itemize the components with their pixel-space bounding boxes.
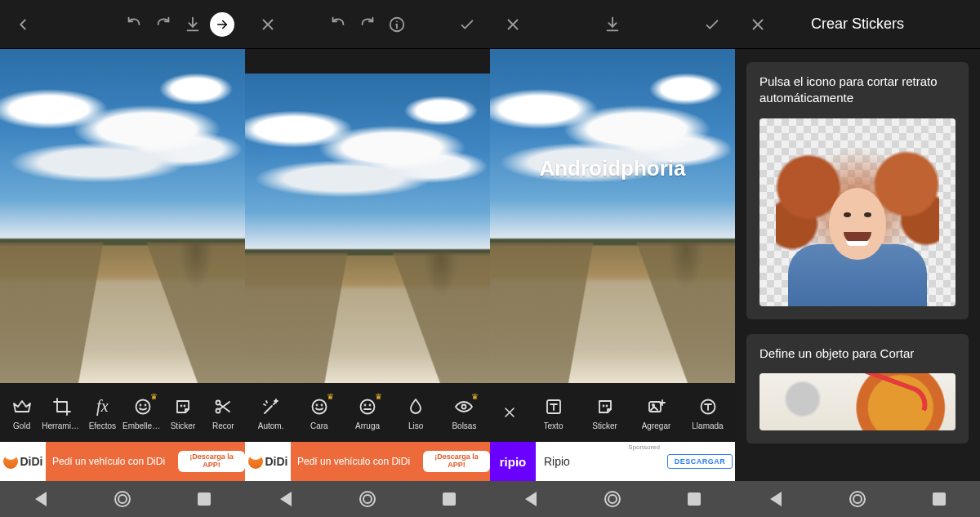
svg-point-2 (145, 404, 145, 405)
tool-bolsas[interactable]: ♛ Bolsas (440, 395, 488, 430)
tool-sticker[interactable]: Sticker (163, 395, 203, 430)
tool-auto[interactable]: Autom. (247, 395, 295, 430)
ad-cta[interactable]: DESCARGAR (665, 442, 735, 481)
tool-label: Sticker (592, 421, 617, 430)
beauty-tool-strip: Autom. ♛ Cara ♛ Arruga Liso ♛ Bolsas (245, 383, 490, 442)
tool-agregar[interactable]: Agregar (630, 395, 682, 430)
android-nav-bar (245, 481, 490, 517)
confirm-icon[interactable] (697, 10, 727, 39)
text-box-icon (542, 395, 565, 418)
landscape-photo (490, 49, 735, 383)
tool-label: Arruga (355, 421, 380, 430)
screen-beauty: Autom. ♛ Cara ♛ Arruga Liso ♛ Bolsas DiD… (245, 0, 490, 517)
ad-logo-didi: DiDi (0, 442, 46, 481)
nav-back[interactable] (514, 483, 547, 515)
tool-texto[interactable]: Texto (528, 395, 579, 430)
ad-cta[interactable]: ¡Descarga la APP! (178, 442, 245, 481)
undo-icon[interactable] (323, 10, 353, 39)
tool-liso[interactable]: Liso (392, 395, 440, 430)
nav-recent[interactable] (923, 483, 956, 515)
image-canvas[interactable] (245, 49, 490, 383)
card-define-object[interactable]: Define un objeto para Cortar (746, 334, 969, 443)
sticker-icon (172, 395, 194, 418)
sticker-icon (594, 395, 617, 418)
close-substrip[interactable] (492, 401, 528, 424)
tool-efectos[interactable]: fx Efectos (82, 395, 122, 430)
svg-point-8 (312, 399, 326, 413)
svg-point-10 (321, 404, 322, 405)
nav-home[interactable] (106, 483, 139, 515)
tool-label: Sticker (171, 421, 196, 430)
ad-logo-ripio: ripio (490, 442, 536, 481)
tool-llamada[interactable]: Llamada (682, 395, 733, 430)
svg-point-16 (603, 405, 604, 406)
tool-sticker[interactable]: Sticker (579, 395, 630, 430)
beauty-face-icon: ♛ (131, 395, 154, 418)
svg-point-0 (136, 399, 149, 413)
tool-label: Recor (212, 421, 234, 430)
tool-arruga[interactable]: ♛ Arruga (343, 395, 391, 430)
redo-icon[interactable] (149, 10, 178, 39)
next-button[interactable] (207, 10, 237, 39)
close-icon[interactable] (498, 10, 528, 39)
nav-home[interactable] (841, 483, 874, 515)
premium-badge-icon: ♛ (375, 392, 382, 401)
landscape-photo (0, 49, 245, 383)
nav-recent[interactable] (678, 483, 710, 515)
fx-icon: fx (91, 395, 114, 418)
sponsored-label: Sponsored (628, 443, 660, 451)
tool-recortar[interactable]: Recor (203, 395, 243, 430)
nav-back[interactable] (760, 483, 792, 515)
tool-gold[interactable]: Gold (2, 395, 42, 430)
tool-label: Liso (408, 421, 423, 430)
tool-label: Gold (13, 421, 30, 430)
top-bar (0, 0, 245, 49)
screen-editor-main: Gold Herramientas fx Efectos ♛ Embellece… (0, 0, 245, 517)
nav-home[interactable] (596, 483, 629, 515)
object-cut-preview (760, 373, 956, 430)
ad-logo-didi: DiDi (245, 442, 291, 481)
android-nav-bar (490, 481, 735, 517)
tool-label: Texto (544, 421, 564, 430)
premium-badge-icon: ♛ (327, 392, 334, 401)
close-icon[interactable] (743, 10, 773, 39)
tool-label: Bolsas (452, 421, 476, 430)
download-icon[interactable] (598, 10, 627, 39)
sticker-options: Pulsa el icono para cortar retrato autom… (735, 49, 980, 481)
crop-icon (51, 395, 74, 418)
tool-label: Autom. (258, 421, 284, 430)
tool-embellecer[interactable]: ♛ Embellecer (122, 395, 163, 430)
card-auto-portrait[interactable]: Pulsa el icono para cortar retrato autom… (746, 62, 969, 319)
tool-cara[interactable]: ♛ Cara (295, 395, 343, 430)
tool-herramientas[interactable]: Herramientas (42, 395, 82, 430)
redo-icon[interactable] (353, 10, 382, 39)
tool-label: Herramientas (42, 421, 82, 430)
nav-recent[interactable] (433, 483, 466, 515)
ad-banner[interactable]: ripio Ripio Sponsored DESCARGAR (490, 442, 735, 481)
ad-text: Pedí un vehículo con DiDi (46, 442, 178, 481)
info-icon[interactable] (382, 10, 412, 39)
svg-point-4 (184, 405, 185, 406)
ad-text: Ripio Sponsored (536, 442, 665, 481)
close-icon[interactable] (253, 10, 283, 39)
top-bar: Crear Stickers (735, 0, 980, 49)
ad-banner[interactable]: DiDi Pedí un vehículo con DiDi ¡Descarga… (245, 442, 490, 481)
image-canvas[interactable]: Androidphoria (490, 49, 735, 383)
ad-cta[interactable]: ¡Descarga la APP! (423, 442, 490, 481)
image-canvas[interactable] (0, 49, 245, 383)
text-tool-strip: Texto Sticker Agregar Llamada (490, 383, 735, 442)
screen-create-stickers: Crear Stickers Pulsa el icono para corta… (735, 0, 980, 517)
scissors-icon (212, 395, 234, 418)
ad-text: Pedí un vehículo con DiDi (291, 442, 423, 481)
nav-recent[interactable] (188, 483, 220, 515)
close-icon (498, 401, 521, 424)
nav-back[interactable] (270, 483, 302, 515)
ad-banner[interactable]: DiDi Pedí un vehículo con DiDi ¡Descarga… (0, 442, 245, 481)
confirm-icon[interactable] (452, 10, 482, 39)
download-icon[interactable] (178, 10, 207, 39)
back-icon[interactable] (8, 10, 38, 39)
nav-home[interactable] (351, 483, 384, 515)
text-overlay[interactable]: Androidphoria (490, 156, 735, 181)
undo-icon[interactable] (119, 10, 149, 39)
nav-back[interactable] (24, 483, 57, 515)
